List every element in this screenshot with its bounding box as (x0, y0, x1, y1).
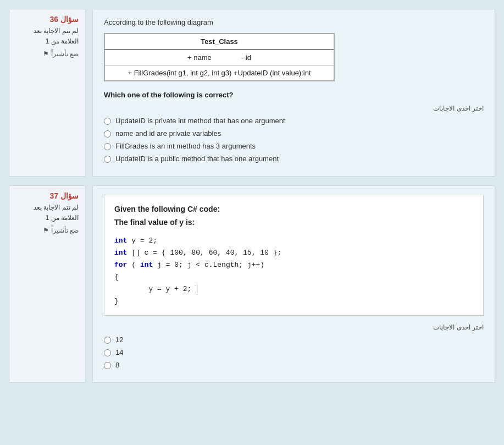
question-37-option-2[interactable]: 14 (104, 348, 484, 356)
question-36-number: سؤال 36 (16, 15, 79, 24)
page-wrapper: سؤال 36 لم تتم الاجابة بعد العلامة من 1 … (0, 0, 504, 392)
code-brace-close: } (114, 297, 119, 305)
question-37-option-2-text: 14 (115, 348, 123, 356)
question-37-number: سؤال 37 (16, 191, 79, 200)
uml-diagram: Test_Class + name - id + FillGrades(int … (104, 33, 335, 81)
uml-methods: + FillGrades(int g1, int g2, int g3) +Up… (105, 65, 334, 81)
cursor-icon (197, 285, 197, 293)
question-36-status: لم تتم الاجابة بعد العلامة من 1 (16, 26, 79, 47)
code-kw-int-2: int (114, 249, 127, 257)
question-37-flag[interactable]: ضع تأشيراً ⚑ (16, 227, 79, 234)
question-36-option-3[interactable]: FillGrades is an int method has 3 argume… (104, 142, 484, 150)
question-37-option-1[interactable]: 12 (104, 336, 484, 344)
question-36-option-2[interactable]: name and id are private variables (104, 129, 484, 138)
code-kw-for: for (114, 261, 127, 269)
code-normal-3b: j = 0; j < c.Length; j++) (157, 261, 264, 269)
question-37-heading2: The final value of y is: (114, 216, 473, 229)
question-36-radio-3[interactable] (104, 143, 111, 150)
code-normal-3a: ( (131, 261, 136, 269)
uml-class-name: Test_Class (105, 34, 334, 50)
question-36-option-3-text: FillGrades is an int method has 3 argume… (115, 142, 256, 150)
question-36-options: UpdateID is private int method that has … (104, 117, 484, 163)
question-37-block: سؤال 37 لم تتم الاجابة بعد العلامة من 1 … (9, 185, 495, 383)
code-normal-2: [] c = { 100, 80, 60, 40, 15, 10 }; (131, 249, 281, 257)
question-37-content: Given the following C# code: The final v… (92, 185, 495, 383)
code-line-2: int [] c = { 100, 80, 60, 40, 15, 10 }; (114, 247, 473, 259)
question-37-option-3-text: 8 (115, 361, 119, 369)
uml-fields-text: + name - id (187, 53, 251, 62)
code-line-4: { (114, 271, 473, 283)
code-kw-int-3: int (140, 261, 153, 269)
code-body: y = y + 2; (114, 285, 191, 293)
code-brace-open: { (114, 273, 119, 281)
code-line-3: for ( int j = 0; j < c.Length; j++) (114, 259, 473, 271)
question-37-option-3[interactable]: 8 (104, 361, 484, 369)
question-37-answer-label: اختر احدى الاجابات (104, 323, 484, 331)
code-line-1: int y = 2; (114, 235, 473, 247)
question-37-status: لم تتم الاجابة بعد العلامة من 1 (16, 202, 79, 223)
question-36-radio-1[interactable] (104, 118, 111, 125)
uml-methods-row: + FillGrades(int g1, int g2, int g3) +Up… (105, 65, 334, 81)
uml-fields-row: + name - id (105, 50, 334, 65)
question-36-option-4[interactable]: UpdateID is a public method that has one… (104, 155, 484, 163)
question-36-block: سؤال 36 لم تتم الاجابة بعد العلامة من 1 … (9, 9, 495, 177)
question-36-answer-label: اختر احدى الاجابات (104, 105, 484, 112)
question-36-sidebar: سؤال 36 لم تتم الاجابة بعد العلامة من 1 … (9, 9, 86, 177)
question-37-sidebar: سؤال 37 لم تتم الاجابة بعد العلامة من 1 … (9, 185, 86, 383)
question-36-question-text: Which one of the following is correct? (104, 91, 484, 99)
question-36-option-1-text: UpdateID is private int method that has … (115, 117, 285, 125)
question-36-flag[interactable]: ضع تأشيراً ⚑ (16, 50, 79, 58)
uml-fields: + name - id (105, 50, 334, 65)
uml-methods-text: + FillGrades(int g1, int g2, int g3) +Up… (128, 69, 311, 77)
uml-table: Test_Class + name - id + FillGrades(int … (104, 34, 334, 81)
code-line-5: y = y + 2; (114, 283, 473, 295)
question-37-radio-3[interactable] (104, 362, 111, 369)
uml-class-name-row: Test_Class (105, 34, 334, 50)
question-37-option-1-text: 12 (115, 336, 123, 344)
question-36-content: According to the following diagram Test_… (92, 9, 495, 177)
question-36-option-1[interactable]: UpdateID is private int method that has … (104, 117, 484, 125)
question-36-option-4-text: UpdateID is a public method that has one… (115, 155, 279, 163)
question-37-heading1: Given the following C# code: (114, 203, 473, 216)
question-36-option-2-text: name and id are private variables (115, 129, 221, 138)
question-37-radio-2[interactable] (104, 349, 111, 356)
code-line-6: } (114, 295, 473, 307)
question-36-diagram-label: According to the following diagram (104, 18, 484, 26)
code-kw-int-1: int (114, 237, 127, 245)
question-37-radio-1[interactable] (104, 337, 111, 344)
question-36-radio-4[interactable] (104, 156, 111, 163)
code-normal-1: y = 2; (131, 237, 157, 245)
question-37-options: 12 14 8 (104, 336, 484, 369)
question-36-radio-2[interactable] (104, 130, 111, 138)
question-37-code-block: Given the following C# code: The final v… (104, 195, 484, 316)
